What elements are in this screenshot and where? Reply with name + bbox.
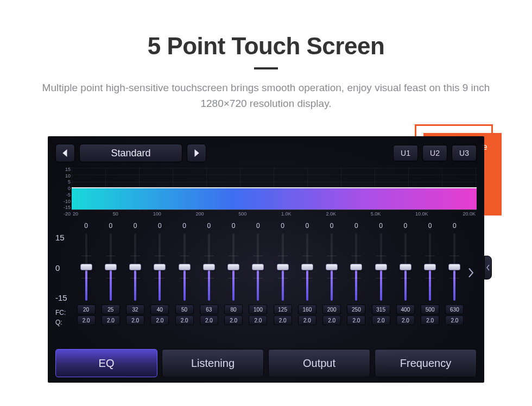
band-q[interactable]: 2.0 [175,315,194,325]
band-q[interactable]: 2.0 [421,315,439,325]
band-fc[interactable]: 25 [102,304,120,314]
band-fc[interactable]: 315 [372,304,390,314]
slider-thumb[interactable] [179,264,191,270]
slider-thumb[interactable] [129,264,141,270]
x-tick: 100 [153,211,161,217]
band-q[interactable]: 2.0 [396,315,415,325]
band-q[interactable]: 2.0 [298,315,316,325]
band-fc[interactable]: 40 [150,304,169,314]
band-slider[interactable] [331,233,333,301]
band-slider[interactable] [404,233,407,301]
slider-thumb[interactable] [252,264,264,270]
band-q[interactable]: 2.0 [224,315,243,325]
user-preset-1[interactable]: U1 [393,145,418,161]
band-slider[interactable] [453,233,455,301]
slider-thumb[interactable] [105,264,117,270]
band-fc[interactable]: 80 [224,304,243,314]
slider-thumb[interactable] [301,264,313,270]
band-slider[interactable] [110,233,112,301]
fc-q-labels: FC: Q: [55,309,66,326]
band-fc[interactable]: 100 [249,304,267,314]
band-fc[interactable]: 160 [298,304,316,314]
slider-thumb[interactable] [277,264,289,270]
band-q[interactable]: 2.0 [372,315,390,325]
slider-thumb[interactable] [227,264,239,270]
preset-next-button[interactable] [187,144,206,162]
band-value: 0 [379,222,383,232]
eq-band-160: 01602.0 [295,222,319,325]
page-subtitle: Multiple point high-sensitive touchscree… [30,80,502,111]
band-slider[interactable] [380,233,382,301]
band-fc[interactable]: 125 [274,304,292,314]
chevron-right-icon [193,149,200,157]
band-value: 0 [207,222,211,232]
slider-thumb[interactable] [400,264,411,270]
slider-thumb[interactable] [154,264,166,270]
user-preset-2[interactable]: U2 [422,145,447,161]
preset-prev-button[interactable] [55,144,75,162]
band-fc[interactable]: 250 [347,304,365,314]
band-q[interactable]: 2.0 [347,315,365,325]
band-value: 0 [109,222,113,232]
band-slider[interactable] [85,233,87,301]
tab-output[interactable]: Output [268,349,370,377]
band-slider[interactable] [183,233,186,301]
band-slider[interactable] [429,233,431,301]
title-underline [254,67,278,69]
more-sliders-button[interactable] [468,268,474,280]
band-value: 0 [182,222,186,232]
band-q[interactable]: 2.0 [249,315,267,325]
user-preset-3[interactable]: U3 [452,145,477,161]
device-screen: Standard U1 U2 U3 151050-5-10-15-20 2050… [48,136,484,383]
band-value: 0 [84,222,88,232]
y-tick: -15 [55,205,71,210]
band-q[interactable]: 2.0 [200,315,218,325]
band-q[interactable]: 2.0 [274,315,292,325]
band-slider[interactable] [159,233,161,301]
slider-thumb[interactable] [375,264,387,270]
tab-eq[interactable]: EQ [55,349,157,377]
slider-thumb[interactable] [350,264,362,270]
slider-thumb[interactable] [80,264,92,270]
slider-thumb[interactable] [326,264,338,270]
band-q[interactable]: 2.0 [322,315,341,325]
band-fc[interactable]: 50 [175,304,194,314]
band-slider[interactable] [282,233,284,301]
band-fc[interactable]: 63 [200,304,218,314]
eq-band-80: 0802.0 [221,222,246,325]
eq-band-500: 05002.0 [418,222,442,325]
band-value: 0 [404,222,408,232]
band-fc[interactable]: 200 [322,304,341,314]
slider-thumb[interactable] [203,264,215,270]
band-fc[interactable]: 500 [421,304,439,314]
slider-thumb[interactable] [424,264,436,270]
band-slider[interactable] [355,233,357,301]
band-slider[interactable] [306,233,308,301]
band-value: 0 [232,222,236,232]
band-fc[interactable]: 630 [445,304,464,314]
band-q[interactable]: 2.0 [126,315,144,325]
y-tick: -10 [55,199,71,204]
band-fc[interactable]: 32 [126,304,144,314]
band-q[interactable]: 2.0 [77,315,96,325]
band-fc[interactable]: 400 [396,304,415,314]
eq-band-315: 03152.0 [369,222,393,325]
band-slider[interactable] [134,233,136,301]
preset-selector[interactable]: Standard [79,144,182,162]
tab-frequency[interactable]: Frequency [375,349,477,377]
eq-band-20: 0202.0 [74,222,98,325]
expand-handle[interactable] [484,256,492,280]
band-q[interactable]: 2.0 [445,315,464,325]
band-slider[interactable] [232,233,235,301]
eq-band-630: 06302.0 [442,222,467,325]
band-value: 0 [158,222,162,232]
eq-band-200: 02002.0 [320,222,344,325]
band-fc[interactable]: 20 [77,304,96,314]
band-slider[interactable] [257,233,259,301]
slider-thumb[interactable] [448,264,460,270]
band-slider[interactable] [208,233,210,301]
band-q[interactable]: 2.0 [102,315,120,325]
band-q[interactable]: 2.0 [150,315,169,325]
band-value: 0 [330,222,334,232]
tab-listening[interactable]: Listening [162,349,264,377]
